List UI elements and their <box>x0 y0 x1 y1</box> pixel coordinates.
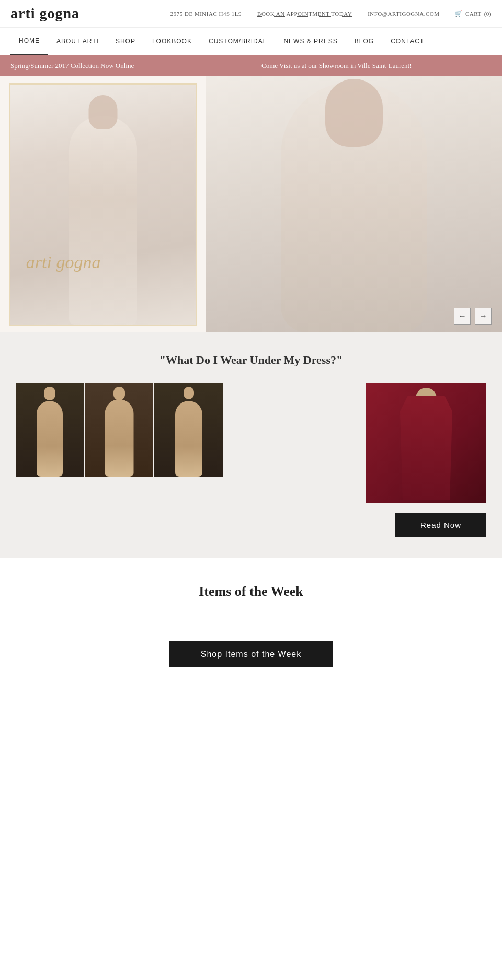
hero-right-image <box>206 76 502 332</box>
blog-title: "What Do I Wear Under My Dress?" <box>16 353 486 367</box>
cart-label: Cart <box>465 10 482 17</box>
header: arti gogna 2975 DE MINIAC H4S 1L9 BOOK A… <box>0 0 502 28</box>
next-slide-button[interactable]: → <box>475 308 492 325</box>
nav-about[interactable]: ABOUT ARTI <box>48 28 107 54</box>
hero-brand-text: arti gogna <box>26 252 101 272</box>
cart[interactable]: 🛒 Cart (0) <box>455 10 492 17</box>
banner-left: Spring/Summer 2017 Collection Now Online <box>0 55 251 76</box>
blog-img-3 <box>154 383 223 477</box>
email[interactable]: INFO@ARTIGOGNA.COM <box>368 10 439 17</box>
cart-count: (0) <box>484 10 492 17</box>
shop-btn-container: Shop Items of the Week <box>10 631 492 688</box>
blog-img-1 <box>16 383 84 477</box>
blog-right: Read Now <box>233 383 486 537</box>
nav-lookbook[interactable]: LOOKBOOK <box>144 28 200 54</box>
hero-frame: arti gogna <box>9 83 197 326</box>
prev-slide-button[interactable]: ← <box>454 308 471 325</box>
nav-shop[interactable]: SHOP <box>107 28 144 54</box>
nav-news[interactable]: NEWS & PRESS <box>275 28 346 54</box>
hero-slideshow: arti gogna ← → <box>0 76 502 332</box>
logo[interactable]: arti gogna <box>10 5 79 22</box>
nav-home[interactable]: HOME <box>10 28 48 55</box>
nav-custom[interactable]: CUSTOM/BRIDAL <box>200 28 275 54</box>
announcement-banner: Spring/Summer 2017 Collection Now Online… <box>0 55 502 76</box>
appointment-link[interactable]: BOOK AN APPOINTMENT TODAY <box>257 10 352 17</box>
hero-right-panel: ← → <box>206 76 502 332</box>
read-now-button[interactable]: Read Now <box>395 513 486 537</box>
blog-img-2 <box>85 383 154 477</box>
main-nav: HOME ABOUT ARTI SHOP LOOKBOOK CUSTOM/BRI… <box>0 28 502 55</box>
blog-content: Read Now <box>16 383 486 537</box>
red-dress-silhouette <box>400 396 452 500</box>
nav-contact[interactable]: CONTACT <box>382 28 432 54</box>
banner-right: Come Visit us at our Showroom in Ville S… <box>251 55 502 76</box>
blog-section: "What Do I Wear Under My Dress?" <box>0 332 502 558</box>
shop-items-button[interactable]: Shop Items of the Week <box>169 641 333 667</box>
blog-images-left <box>16 383 223 477</box>
nav-blog[interactable]: BLOG <box>346 28 382 54</box>
hero-left-panel: arti gogna <box>0 76 206 332</box>
cart-icon: 🛒 <box>455 10 463 17</box>
blog-image-grid <box>16 383 223 477</box>
hero-left-image <box>10 85 196 325</box>
top-info: 2975 DE MINIAC H4S 1L9 BOOK AN APPOINTME… <box>170 10 492 17</box>
blog-featured-image <box>366 383 486 503</box>
items-section: Items of the Week <box>0 558 502 699</box>
address: 2975 DE MINIAC H4S 1L9 <box>170 10 242 17</box>
items-of-week-title: Items of the Week <box>10 584 492 599</box>
slideshow-arrows: ← → <box>454 308 492 325</box>
